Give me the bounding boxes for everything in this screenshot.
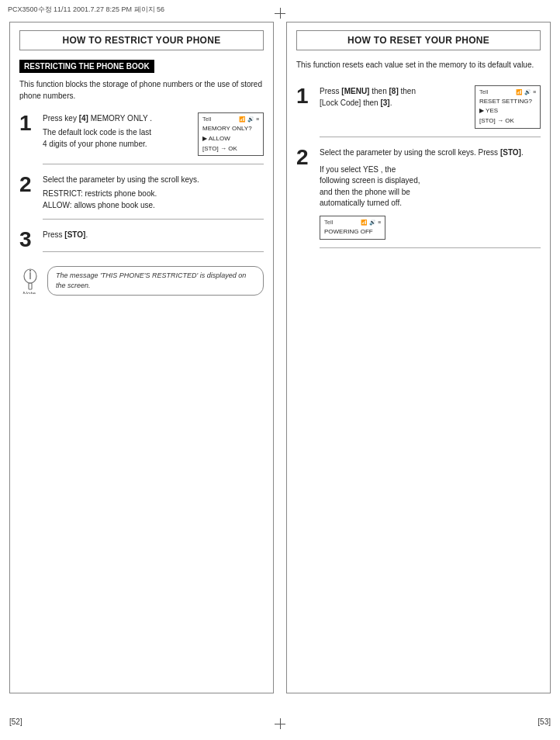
right-step-1-number: 1 — [296, 85, 313, 107]
right-step-1: 1 Tell 📶 🔊 ≡ RESET SETTING? ▶ YES [STO] … — [296, 85, 541, 137]
step-2-number: 2 — [19, 174, 36, 195]
left-panel-title: HOW TO RESTRICT YOUR PHONE — [19, 30, 264, 50]
step-1-content: Tell 📶 🔊 ≡ MEMORY ONLY? ▶ ALLOW [STO] → … — [43, 112, 264, 164]
step-2-sub: RESTRICT: restricts phone book. ALLOW: a… — [43, 188, 264, 211]
note-section: Note The message 'THIS PHONE'S RESTRICTE… — [19, 266, 264, 295]
right-step-2-phone: Tell 📶 🔊 ≡ POWERING OFF — [320, 216, 385, 240]
page-header: PCX3500수정 11/11 2001.7.27 8:25 PM 페이지 56 — [8, 5, 164, 15]
step-3-text: Press [STO]. — [43, 229, 264, 240]
step-1-number: 1 — [19, 112, 36, 134]
step-2: 2 Select the parameter by using the scro… — [19, 174, 264, 220]
step-3: 3 Press [STO]. — [19, 229, 264, 252]
phone-icons-right2: 📶 🔊 ≡ — [361, 218, 381, 227]
crosshair-bottom-icon — [275, 718, 285, 729]
right-step-1-line2: ▶ YES — [479, 106, 536, 116]
step-1-phone-display: Tell 📶 🔊 ≡ MEMORY ONLY? ▶ ALLOW [STO] → … — [198, 112, 264, 156]
step-1-screen-line1: MEMORY ONLY? — [202, 124, 259, 134]
phone-icons: 📶 🔊 ≡ — [239, 115, 259, 124]
step-1: 1 Tell 📶 🔊 ≡ MEMORY ONLY? ▶ ALLOW [STO] … — [19, 112, 264, 164]
page-number-right: [53] — [538, 718, 551, 726]
step-3-content: Press [STO]. — [43, 229, 264, 252]
note-icon: Note — [19, 266, 41, 292]
note-text: The message 'THIS PHONE'S RESTRICTED' is… — [56, 271, 246, 289]
right-step-2-text: Select the parameter by using the scroll… — [320, 147, 541, 158]
section-description: This function blocks the storage of phon… — [19, 79, 264, 102]
step-2-content: Select the parameter by using the scroll… — [43, 174, 264, 220]
tel-label: Tell — [202, 115, 211, 124]
phone-icons-right1: 📶 🔊 ≡ — [516, 88, 536, 97]
step-1-screen-line3: [STO] → OK — [202, 144, 259, 154]
left-panel: HOW TO RESTRICT YOUR PHONE RESTRICTING T… — [9, 22, 274, 693]
right-step-2-sub: If you select YES , the following screen… — [320, 164, 541, 209]
right-step-1-phone: Tell 📶 🔊 ≡ RESET SETTING? ▶ YES [STO] → … — [475, 85, 541, 129]
right-step-1-line3: [STO] → OK — [479, 116, 536, 126]
note-bubble: The message 'THIS PHONE'S RESTRICTED' is… — [47, 266, 264, 295]
step-3-number: 3 — [19, 229, 36, 251]
svg-point-3 — [29, 270, 31, 271]
svg-rect-1 — [29, 283, 32, 289]
right-step-1-line1: RESET SETTING? — [479, 97, 536, 107]
right-step-2-line1: POWERING OFF — [324, 227, 381, 237]
tel-label-right2: Tell — [324, 218, 333, 227]
right-step-2-content: Select the parameter by using the scroll… — [320, 147, 541, 248]
right-panel: HOW TO RESET YOUR PHONE This function re… — [286, 22, 551, 693]
step-1-screen-line2: ▶ ALLOW — [202, 134, 259, 144]
page-number-left: [52] — [9, 718, 22, 726]
svg-text:Note: Note — [22, 290, 36, 294]
section-header: RESTRICTING THE PHONE BOOK — [19, 60, 154, 73]
right-step-2: 2 Select the parameter by using the scro… — [296, 147, 541, 248]
right-step-1-content: Tell 📶 🔊 ≡ RESET SETTING? ▶ YES [STO] → … — [320, 85, 541, 137]
right-step-2-number: 2 — [296, 147, 313, 168]
crosshair-top-icon — [275, 8, 285, 19]
step-2-text: Select the parameter by using the scroll… — [43, 174, 264, 185]
right-intro: This function resets each value set in t… — [296, 60, 541, 71]
tel-label-right1: Tell — [479, 88, 488, 97]
right-panel-title: HOW TO RESET YOUR PHONE — [296, 30, 541, 50]
main-content: HOW TO RESTRICT YOUR PHONE RESTRICTING T… — [9, 22, 551, 693]
